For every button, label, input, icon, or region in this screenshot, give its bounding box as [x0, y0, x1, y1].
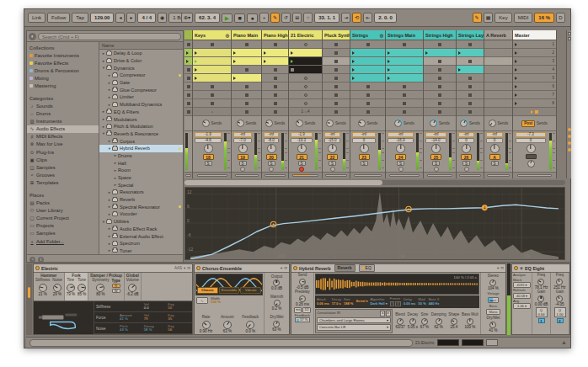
track-delay-box[interactable]: -inf [233, 132, 252, 137]
sidebar-item-plug-ins[interactable]: ⊙Plug-Ins [27, 148, 99, 156]
hot-swap-icon[interactable]: ⊡ [500, 266, 504, 270]
volume-value-box[interactable]: -4.6 [195, 138, 221, 143]
clip-slot[interactable]: 7 [513, 91, 556, 99]
show-returns-toggle[interactable] [568, 135, 571, 138]
clip-slot[interactable] [232, 99, 261, 108]
chorus-title-bar[interactable]: Chorus-Ensemble▾⊡ [195, 264, 289, 273]
clip-slot[interactable] [424, 99, 456, 108]
clip-slot[interactable]: 3 [513, 57, 556, 66]
pan-knob[interactable] [297, 144, 307, 153]
clip-slot[interactable] [484, 82, 512, 91]
stop-all-clips-button[interactable] [262, 108, 288, 116]
volume-value-box[interactable]: -14.0 [425, 138, 446, 143]
track-header-strings[interactable]: Strings◎ [350, 30, 385, 40]
volume-value-box[interactable]: 0 [352, 138, 376, 143]
hybrid-param-serial-[interactable]: Serial ▾ [355, 300, 367, 303]
clip-slot[interactable]: 4 [513, 66, 556, 74]
stiffness-key[interactable]: Key50 [168, 303, 192, 311]
stereo-knob[interactable]: Stereo104 % [488, 274, 499, 290]
track-activator-button[interactable]: 21 [297, 154, 307, 160]
tree-item-special[interactable]: ▸Special [99, 181, 183, 189]
clip-slot[interactable] [232, 66, 261, 74]
track-activator-button[interactable]: 18 [203, 154, 214, 160]
type-w-button[interactable]: W [112, 289, 120, 293]
clip-slot[interactable] [262, 74, 288, 82]
volume-value-box[interactable]: -16.9 [388, 138, 413, 143]
tree-item-reverb-resonance[interactable]: ▾Reverb & Resonance [99, 130, 183, 138]
arm-button[interactable] [434, 167, 439, 172]
clip-slot[interactable] [184, 66, 192, 74]
hybrid-param-decay[interactable]: Decay17.0 s [332, 298, 341, 306]
sidebar-item-user-library[interactable]: ⚇User Library [27, 206, 99, 214]
sidebar-item-current-project[interactable]: ▢Current Project [27, 214, 99, 221]
clip-slot[interactable]: 8 [513, 99, 556, 108]
send-a-knob[interactable] [296, 120, 303, 127]
sidebar-item-favorite-effects[interactable]: Favorite Effects [27, 59, 99, 66]
stop-all-clips-button[interactable] [184, 108, 192, 116]
punch-out-button[interactable]: ⇤ [363, 13, 372, 23]
tree-item-external-audio-effect[interactable]: ▸External Audio Effect [99, 232, 183, 240]
track-header-master[interactable]: Master [513, 30, 556, 40]
tree-item-corpus[interactable]: ▸Corpus [99, 137, 183, 145]
tree-item-utilities[interactable]: ▾Utilities [99, 218, 183, 226]
send-knob[interactable]: Send-0.5 dB [297, 274, 309, 290]
tab-eq[interactable]: EQ [359, 264, 375, 272]
clip-slot[interactable] [184, 82, 192, 91]
crossfade-row[interactable] [350, 173, 385, 178]
pan-knob[interactable] [490, 144, 500, 153]
crossfade-row[interactable] [386, 173, 423, 178]
clip-slot[interactable] [350, 74, 385, 82]
solo-button[interactable]: S [397, 161, 404, 166]
send-a-knob[interactable] [265, 120, 273, 127]
clip-slot[interactable] [386, 57, 423, 66]
track-header-pluck-synth[interactable]: Pluck Synth [323, 30, 350, 40]
sidebar-item-clips[interactable]: ▣Clips [27, 156, 99, 163]
tree-item-reverb[interactable]: ▸Reverb [99, 196, 183, 204]
midi-map-button[interactable]: MIDI [514, 13, 533, 23]
clip-slot[interactable]: 2 [513, 49, 556, 57]
eq8-refresh[interactable]: Refresh40.58 ▾ [513, 289, 531, 299]
clip-slot[interactable] [289, 66, 322, 74]
key-map-button[interactable]: Key [494, 13, 511, 23]
sidebar-item-samples[interactable]: ▭Samples [27, 230, 99, 237]
clip-slot[interactable] [386, 49, 423, 57]
group-fold-icon[interactable]: ◎ [226, 33, 229, 38]
track-header-piano-main[interactable]: Piano Main [232, 30, 261, 40]
eq8-avg[interactable]: Avg1.06 ▾ [513, 300, 531, 310]
clip-slot[interactable] [262, 66, 288, 74]
feedback-knob[interactable]: Feedback0.0 % [242, 316, 259, 333]
force-vel[interactable]: Vel79 [144, 314, 168, 322]
clip-slot[interactable] [323, 82, 350, 91]
clip-slot[interactable] [184, 74, 192, 82]
crossfade-row[interactable] [193, 173, 231, 178]
track-header-a-reverb[interactable]: A Reverb [484, 30, 512, 40]
solo-button[interactable]: S [205, 161, 212, 166]
hybrid-reverb-title-bar[interactable]: Hybrid ReverbReverbEQ▾⊡ [291, 264, 505, 273]
vintage-control[interactable]: Vintage▬▭ [487, 292, 499, 303]
arm-button[interactable] [398, 167, 404, 172]
arm-button[interactable] [240, 167, 245, 172]
clip-slot[interactable] [484, 40, 512, 49]
sidebar-item-grooves[interactable]: ≈Grooves [27, 172, 99, 179]
crossfade-row[interactable] [184, 173, 192, 178]
device-on-led[interactable] [514, 266, 518, 270]
noise-knob[interactable]: Noise29 % [52, 279, 62, 296]
tree-item-spectrum[interactable]: ▸Spectrum [99, 240, 183, 247]
show-mixer-toggle[interactable] [568, 141, 571, 145]
tree-item-hybrid-reverb[interactable]: ▾Hybrid Reverb [99, 145, 183, 152]
stop-all-clips-button[interactable] [457, 108, 484, 116]
clip-slot[interactable] [323, 40, 350, 49]
output-knob[interactable]: Output0.0 dB [271, 275, 283, 291]
sidebar-item-projects[interactable]: ▭Projects [27, 222, 99, 230]
solo-button[interactable]: S [491, 161, 499, 166]
clip-slot[interactable] [350, 66, 385, 74]
clip-slot[interactable] [457, 49, 484, 57]
loop-start-display[interactable]: 33. 1. 1 [314, 13, 339, 23]
clip-slot[interactable] [184, 57, 192, 66]
arm-button[interactable] [299, 167, 304, 172]
crossfade-row[interactable] [232, 173, 261, 178]
q-value-box[interactable]: Q 0.64 [536, 307, 548, 317]
stop-all-clips-button[interactable]: ◔ [193, 108, 231, 116]
electric-title-bar[interactable]: ElectricAAS▾⊡ [34, 264, 192, 273]
track-activator-button[interactable]: 19 [238, 154, 249, 160]
